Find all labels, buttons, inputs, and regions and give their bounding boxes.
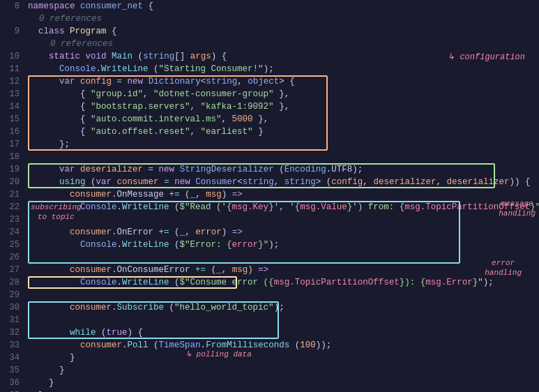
ln-10: 10 (0, 50, 20, 63)
code-line-31 (28, 314, 539, 326)
code-line-26 (28, 251, 539, 264)
code-line-36: } (28, 377, 539, 389)
ln-12: 12 (0, 75, 20, 88)
code-ref-2: 0 references (28, 38, 539, 50)
code-line-13: { "group.id", "dotnet-consumer-group" }, (28, 88, 539, 100)
code-line-15: { "auto.commit.interval.ms", 5000 }, (28, 113, 539, 126)
ln-21: 21 (0, 188, 20, 201)
code-line-17: }; (28, 138, 539, 151)
ln-29: 29 (0, 289, 20, 301)
code-line-8: namespace consumer_net { (28, 0, 539, 13)
code-line-14: { "bootstrap.servers", "kafka-1:9092" }, (28, 100, 539, 113)
code-line-11: Console.WriteLine ("Starting Consumer!")… (28, 63, 539, 75)
ln-8: 8 (0, 0, 20, 13)
ln-ref1 (0, 13, 20, 25)
code-line-19: var deserializer = new StringDeserialize… (28, 163, 539, 176)
ln-36: 36 (0, 377, 20, 389)
code-line-24: consumer.OnError += (_, error) => (28, 226, 539, 239)
ln-30: 30 (0, 301, 20, 314)
code-line-37: } (28, 389, 539, 392)
ln-15: 15 (0, 113, 20, 126)
ln-17: 17 (0, 138, 20, 151)
ln-34: 34 (0, 352, 20, 364)
ln-28: 28 (0, 276, 20, 289)
ln-20: 20 (0, 176, 20, 188)
code-line-9: class Program { (28, 25, 539, 38)
ln-37: 37 (0, 389, 20, 392)
ln-33: 33 (0, 339, 20, 352)
ln-9: 9 (0, 25, 20, 38)
ln-19: 19 (0, 163, 20, 176)
code-line-21: consumer.OnMessage += (_, msg) => (28, 188, 539, 201)
ln-ref2 (0, 38, 20, 50)
ln-11: 11 (0, 63, 20, 75)
ln-26: 26 (0, 251, 20, 264)
ln-25: 25 (0, 239, 20, 251)
ln-18: 18 (0, 151, 20, 163)
code-ref-1: 0 references (28, 13, 539, 25)
code-line-33: consumer.Poll (TimeSpan.FromMilliseconds… (28, 339, 539, 352)
ln-35: 35 (0, 364, 20, 377)
code-line-10: static void Main (string[] args) { (28, 50, 539, 63)
ln-27: 27 (0, 264, 20, 276)
code-content: namespace consumer_net { 0 references cl… (25, 0, 539, 392)
code-line-29 (28, 289, 539, 301)
line-number-gutter: 8 9 10 11 12 13 14 15 16 17 18 19 20 21 … (0, 0, 25, 392)
code-line-18 (28, 151, 539, 163)
code-line-28: Console.WriteLine ($"Consume error ({msg… (28, 276, 539, 289)
code-line-35: } (28, 364, 539, 377)
code-line-34: } (28, 352, 539, 364)
ln-23: 23 (0, 213, 20, 226)
ln-14: 14 (0, 100, 20, 113)
ln-24: 24 (0, 226, 20, 239)
ln-13: 13 (0, 88, 20, 100)
code-line-12: var config = new Dictionary<string, obje… (28, 75, 539, 88)
code-line-16: { "auto.offset.reset", "earliest" } (28, 126, 539, 138)
ln-22: 22 (0, 201, 20, 213)
code-line-27: consumer.OnConsumeError += (_, msg) => (28, 264, 539, 276)
ln-31: 31 (0, 314, 20, 326)
code-line-25: Console.WriteLine ($"Error: {error}"); (28, 239, 539, 251)
ln-32: 32 (0, 326, 20, 339)
code-line-30: consumer.Subscribe ("hello_world_topic")… (28, 301, 539, 314)
code-editor: 8 9 10 11 12 13 14 15 16 17 18 19 20 21 … (0, 0, 539, 392)
code-line-32: while (true) { (28, 326, 539, 339)
code-line-23 (28, 213, 539, 226)
code-line-20: using (var consumer = new Consumer<strin… (28, 176, 539, 188)
ln-16: 16 (0, 126, 20, 138)
code-line-22: Console.WriteLine ($"Read ('{msg.Key}', … (28, 201, 539, 213)
